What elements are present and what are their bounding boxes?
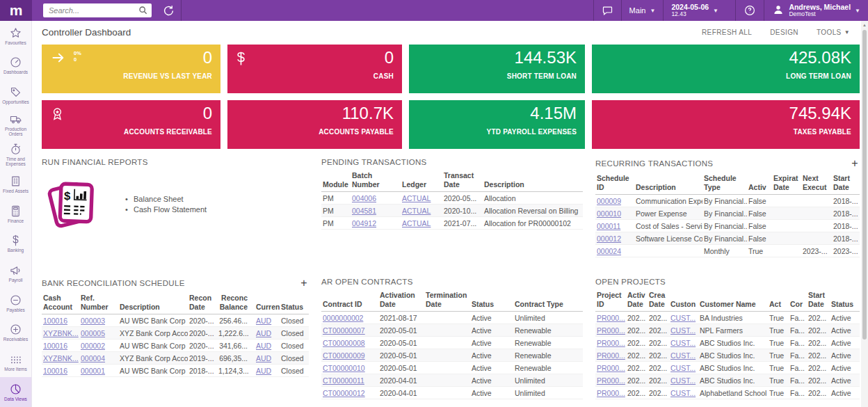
table-row[interactable]: PR000...202...202...CUST...NPL FarmersTr… [595, 324, 860, 337]
kpi-tile-short-term-loan[interactable]: 144.53KSHORT TERM LOAN [409, 45, 585, 93]
cell-link[interactable]: PR000... [597, 314, 625, 322]
tools-menu-button[interactable]: TOOLS▼ [817, 29, 850, 36]
cell-link[interactable]: CT00000007 [323, 326, 365, 335]
column-header[interactable]: Description [483, 170, 583, 192]
cell-link[interactable]: CT00000012 [323, 389, 365, 397]
user-menu[interactable]: Andrews, Michael DemoTest ▼ [764, 0, 868, 21]
column-header[interactable]: Activ [747, 173, 772, 195]
cell-link[interactable]: 000003 [81, 317, 105, 325]
business-date-dropdown[interactable]: 2024-05-06 12.43 ▼ [663, 0, 735, 21]
column-header[interactable]: Batch Number [351, 170, 401, 192]
table-row[interactable]: PR000...202...202...CUST...ABC Studios I… [595, 349, 860, 362]
column-header[interactable]: Status [830, 289, 860, 312]
table-row[interactable]: XYZBNK...000004XYZ Bank Corp Acco...2019… [42, 352, 309, 365]
column-header[interactable]: Crea Date [648, 289, 669, 312]
column-header[interactable]: Schedule Type [702, 173, 747, 195]
column-header[interactable]: Ref. Number [79, 292, 118, 314]
column-header[interactable]: Project ID [595, 289, 626, 312]
cell-link[interactable]: PR000... [597, 389, 625, 397]
table-row[interactable]: PR000...202...202...CUST...ABC Studios I… [595, 337, 860, 349]
sidebar-item-fixed-assets[interactable]: Fixed Assets [0, 169, 31, 199]
report-link[interactable]: Balance Sheet [125, 195, 207, 203]
cell-link[interactable]: 000009 [597, 197, 621, 205]
sidebar-item-data-views[interactable]: Data Views [0, 377, 31, 407]
cell-link[interactable]: 100016 [43, 317, 67, 325]
cell-link[interactable]: 004581 [352, 207, 376, 215]
cell-link[interactable]: CT00000010 [323, 364, 365, 372]
cell-link[interactable]: AUD [256, 317, 271, 325]
column-header[interactable]: Activation Date [378, 289, 424, 312]
cell-link[interactable]: 100016 [43, 367, 67, 375]
table-row[interactable]: CT000000112020-04-01ActiveUnlimited [321, 374, 583, 387]
column-header[interactable]: Contract ID [321, 289, 378, 312]
table-row[interactable]: CT000000082020-05-01ActiveRenewable [321, 337, 583, 349]
table-row[interactable]: PR000...202...202...CUST...Alphabetland … [595, 387, 860, 399]
column-header[interactable]: Cash Account [42, 292, 79, 314]
cell-link[interactable]: CUST... [670, 339, 696, 347]
sidebar-item-finance[interactable]: Finance [0, 199, 31, 229]
table-row[interactable]: XYZBNK...000005XYZ Bank Corp Acco...2020… [42, 327, 309, 340]
sidebar-item-dashboards[interactable]: Dashboards [0, 51, 31, 81]
cell-link[interactable]: CUST... [670, 389, 696, 397]
sidebar-item-payables[interactable]: Payables [0, 288, 31, 318]
table-row[interactable]: 000010Power ExpenseBy Financial...False2… [595, 207, 860, 220]
app-logo[interactable]: m [0, 0, 32, 21]
feedback-chat-button[interactable] [593, 0, 621, 21]
column-header[interactable]: Module [321, 170, 351, 192]
report-link[interactable]: Cash Flow Statement [125, 205, 207, 214]
cell-link[interactable]: XYZBNK... [43, 329, 79, 337]
kpi-tile-accounts-payable[interactable]: 110.7KACCOUNTS PAYABLE [227, 100, 402, 149]
design-button[interactable]: DESIGN [770, 29, 798, 36]
table-row[interactable]: CT000000102020-05-01ActiveRenewable [321, 362, 583, 374]
table-row[interactable]: PR000...202...202...CUST...BA Industries… [595, 312, 860, 324]
scrollbar-thumb[interactable] [862, 30, 867, 340]
column-header[interactable]: Next Execut [801, 173, 832, 195]
column-header[interactable]: Curren [255, 292, 280, 314]
cell-link[interactable]: ACTUAL [402, 207, 431, 215]
table-row[interactable]: CT000000092020-05-01ActiveRenewable [321, 349, 583, 362]
table-row[interactable]: PR000...202...202...CUST...ABC Studios I… [595, 374, 860, 387]
kpi-tile-long-term-loan[interactable]: 425.08KLONG TERM LOAN [592, 45, 860, 93]
sidebar-item-time-and-expenses[interactable]: Time and Expenses [0, 140, 31, 170]
table-row[interactable]: 000011Cost of Sales - ServicesBy Financi… [595, 220, 860, 232]
table-row[interactable]: CT000000072020-05-01ActiveRenewable [321, 324, 583, 337]
sidebar-item-more-items[interactable]: More Items [0, 348, 31, 378]
kpi-tile-accounts-receivable[interactable]: 0ACCOUNTS RECEIVABLE [42, 100, 220, 149]
business-date-refresh-icon[interactable] [156, 0, 181, 21]
column-header[interactable]: Recon Date [188, 292, 217, 314]
cell-link[interactable]: CUST... [670, 314, 696, 322]
search-input[interactable] [43, 3, 152, 17]
scroll-up-arrow-icon[interactable]: ▲ [861, 21, 868, 29]
column-header[interactable]: Contract Type [513, 289, 583, 312]
sidebar-item-opportunities[interactable]: Opportunities [0, 80, 31, 110]
cell-link[interactable]: 000010 [597, 209, 621, 218]
cell-link[interactable]: 0000000002 [323, 314, 363, 322]
cell-link[interactable]: AUD [256, 329, 271, 337]
cell-link[interactable]: XYZBNK... [43, 354, 79, 362]
cell-link[interactable]: 000012 [597, 234, 621, 243]
kpi-tile-cash[interactable]: 0CASH [227, 45, 402, 93]
financial-report-icon[interactable]: $ [43, 177, 100, 235]
cell-link[interactable]: CT00000011 [323, 376, 364, 385]
cell-link[interactable]: AUD [256, 342, 271, 350]
cell-link[interactable]: PR000... [597, 326, 625, 335]
table-row[interactable]: PR000...202...202...CUST...ABC Studios I… [595, 362, 860, 374]
column-header[interactable]: Ledger [401, 170, 442, 192]
sidebar-item-banking[interactable]: Banking [0, 229, 31, 259]
column-header[interactable]: Termination Date [424, 289, 470, 312]
table-row[interactable]: PM004581ACTUAL2020-10...Allocation Rever… [321, 205, 583, 217]
cell-link[interactable]: PR000... [597, 364, 625, 372]
column-header[interactable]: Act [768, 289, 789, 312]
cell-link[interactable]: CUST... [670, 351, 696, 360]
cell-link[interactable]: 100016 [43, 342, 67, 350]
cell-link[interactable]: AUD [256, 354, 271, 362]
table-row[interactable]: PM004006ACTUAL2020-05...Allocation [321, 192, 583, 205]
cell-link[interactable]: CT00000009 [323, 351, 365, 360]
table-row[interactable]: 100016000001AU WBC Bank Corp ...2018-...… [42, 365, 309, 377]
cell-link[interactable]: 000004 [81, 354, 105, 362]
cell-link[interactable]: ACTUAL [402, 219, 431, 228]
kpi-tile-taxes-payable[interactable]: 745.94KTAXES PAYABLE [592, 100, 860, 149]
sidebar-item-payroll[interactable]: Payroll [0, 259, 31, 289]
cell-link[interactable]: 004006 [352, 194, 376, 202]
cell-link[interactable]: CT00000008 [323, 339, 365, 347]
